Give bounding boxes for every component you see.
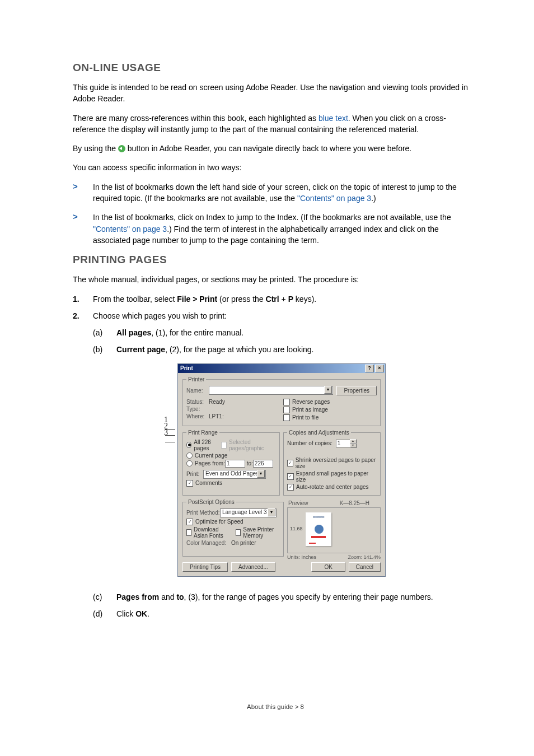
option-name: Pages from (116, 592, 159, 601)
contents-link[interactable]: "Contents" on page 3 (93, 225, 167, 234)
print-as-image-checkbox[interactable] (283, 407, 290, 413)
print-range-legend: Print Range (186, 430, 219, 436)
chevron-bullet-icon: > (73, 181, 93, 204)
print-method-dropdown[interactable]: Language Level 3 (220, 508, 277, 517)
key-name: Ctrl (266, 295, 279, 304)
save-memory-label: Save Printer Memory (243, 526, 280, 539)
zoom-label: Zoom: 141.4% (348, 554, 381, 560)
current-page-radio[interactable] (186, 452, 193, 459)
paragraph: This guide is intended to be read on scr… (73, 82, 478, 105)
contents-link[interactable]: "Contents" on page 3 (297, 194, 371, 203)
download-asian-label: Download Asian Fonts (194, 526, 233, 539)
properties-button[interactable]: Properties (336, 386, 377, 395)
download-asian-checkbox[interactable] (186, 529, 191, 536)
where-label: Where: (186, 413, 209, 419)
preview-pane: 11.68 ▬ ▬▬▬ (287, 507, 381, 553)
list-item: All pages, (1), for the entire manual. (116, 327, 243, 338)
comments-checkbox[interactable]: ✓ (186, 480, 193, 487)
text: (or press the (217, 295, 265, 304)
print-dialog: Print ? × Printer Name: Properties (177, 363, 386, 577)
text: . (147, 609, 149, 618)
option-name: All pages (116, 328, 151, 337)
print-as-image-label: Print as image (292, 407, 328, 413)
print-to-file-checkbox[interactable] (283, 414, 290, 421)
cancel-button[interactable]: Cancel (349, 562, 381, 572)
pages-to-input[interactable]: 226 (253, 460, 273, 468)
text: , (3), for the range of pages you specif… (184, 592, 433, 601)
text: There are many cross-references within t… (73, 114, 318, 123)
spinner-down-icon[interactable]: ▾ (350, 444, 357, 448)
paragraph: The whole manual, individual pages, or s… (73, 274, 478, 285)
ok-button[interactable]: OK (311, 562, 345, 572)
print-which-dropdown[interactable]: Even and Odd Pages (203, 470, 266, 479)
substep-letter: (c) (93, 591, 116, 603)
units-label: Units: Inches (287, 554, 316, 560)
num-copies-label: Number of copies: (287, 440, 332, 446)
shrink-checkbox[interactable]: ✓ (287, 460, 293, 466)
dialog-title: Print (180, 365, 364, 371)
help-button[interactable]: ? (365, 365, 374, 372)
printer-group-legend: Printer (186, 376, 206, 382)
save-memory-checkbox[interactable] (236, 529, 241, 536)
back-arrow-icon (118, 145, 125, 152)
reverse-pages-label: Reverse pages (292, 399, 330, 405)
list-item: Choose which pages you wish to print: (93, 310, 227, 321)
spinner-up-icon[interactable]: ▴ (350, 439, 357, 444)
optimize-speed-checkbox[interactable]: ✓ (186, 519, 193, 525)
reverse-pages-checkbox[interactable] (283, 399, 290, 405)
text: button in Adobe Reader, you can navigate… (125, 144, 411, 153)
postscript-legend: PostScript Options (186, 499, 236, 505)
pages-to-label: to: (247, 460, 253, 466)
autorotate-label: Auto-rotate and center pages (296, 484, 369, 490)
text: In the list of bookmarks, click on Index… (93, 213, 451, 222)
print-which-label: Print: (186, 471, 203, 477)
text: .) (371, 194, 376, 203)
list-item: In the list of bookmarks down the left h… (93, 181, 478, 204)
text: By using the (73, 144, 118, 153)
text: and (159, 592, 176, 601)
text: , (1), for the entire manual. (151, 328, 243, 337)
selected-pages-checkbox (221, 442, 227, 449)
printer-name-dropdown[interactable] (209, 386, 333, 395)
all-pages-label: All 226 pages (194, 439, 221, 451)
all-pages-radio[interactable] (186, 442, 191, 448)
name-label: Name: (186, 388, 209, 394)
option-name: Current page (116, 345, 165, 354)
close-button[interactable]: × (375, 365, 384, 372)
comments-label: Comments (195, 480, 222, 486)
text: + (279, 295, 288, 304)
cross-reference-link[interactable]: blue text (318, 114, 348, 123)
step-number: 2. (73, 310, 93, 321)
optimize-speed-label: Optimize for Speed (195, 519, 243, 525)
list-item: From the toolbar, select File > Print (o… (93, 293, 316, 305)
print-method-label: Print Method: (186, 510, 220, 516)
list-item: Click OK. (116, 608, 149, 619)
pages-from-radio[interactable] (186, 460, 193, 466)
num-copies-input[interactable]: 1 (336, 440, 350, 447)
print-to-file-label: Print to file (292, 414, 318, 421)
color-managed-label: Color Managed: (186, 540, 231, 546)
paragraph: By using the button in Adobe Reader, you… (73, 143, 478, 154)
selected-pages-label: Selected pages/graphic (229, 439, 276, 451)
section-heading-printing-pages: PRINTING PAGES (73, 254, 478, 266)
autorotate-checkbox[interactable]: ✓ (287, 484, 294, 491)
copies-legend: Copies and Adjustments (287, 430, 351, 436)
status-value: Ready (209, 399, 225, 405)
list-item: Pages from and to, (3), for the range of… (116, 591, 433, 603)
paragraph: There are many cross-references within t… (73, 113, 478, 136)
chevron-bullet-icon: > (73, 212, 93, 246)
key-name: P (288, 295, 293, 304)
substep-letter: (b) (93, 344, 116, 355)
preview-width: 8.25 (349, 500, 359, 506)
option-name: to (176, 592, 184, 601)
printing-tips-button[interactable]: Printing Tips (182, 562, 228, 572)
page-footer: About this guide > 8 (73, 703, 478, 710)
button-name: OK (135, 609, 147, 618)
status-label: Status: (186, 399, 209, 405)
current-page-label: Current page (195, 452, 227, 459)
list-item: Current page, (2), for the page at which… (116, 344, 314, 355)
advanced-button[interactable]: Advanced... (231, 562, 275, 572)
list-item: In the list of bookmarks, click on Index… (93, 212, 478, 246)
expand-checkbox[interactable]: ✓ (287, 473, 294, 480)
pages-from-input[interactable]: 1 (225, 460, 245, 468)
